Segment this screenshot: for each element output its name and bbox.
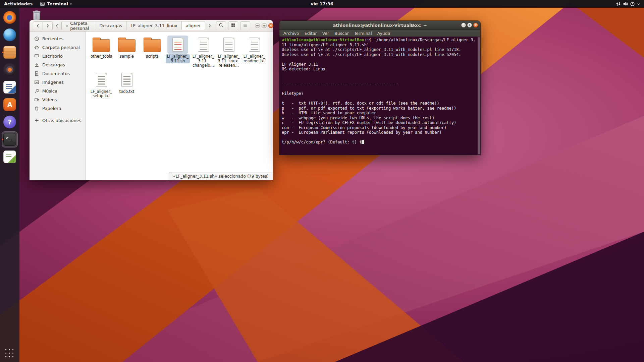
dock-item-thunderbird[interactable] bbox=[2, 27, 18, 43]
toolbar-buttons bbox=[216, 21, 250, 30]
file-item-lf-aligner-readme-txt[interactable]: LF_aligner_readme.txt bbox=[241, 36, 267, 68]
selection-status-bar: «LF_aligner_3.11.sh» seleccionado (79 by… bbox=[169, 172, 273, 180]
terminal-line bbox=[282, 96, 476, 101]
sidebar-item-label: Escritorio bbox=[42, 54, 63, 59]
sidebar-item-recientes[interactable]: Recientes bbox=[30, 34, 86, 43]
plus-icon bbox=[34, 118, 39, 123]
close-button[interactable]: × bbox=[268, 23, 273, 28]
pathbar-item-lf-aligner-3-11-linux[interactable]: LF_aligner_3.11_linux bbox=[126, 21, 182, 30]
sidebar-item-documentos[interactable]: Documentos bbox=[30, 69, 86, 78]
files-headerbar[interactable]: Carpeta personalDescargasLF_aligner_3.11… bbox=[30, 20, 273, 32]
nav-buttons bbox=[33, 21, 53, 30]
file-item-scripts[interactable]: scripts bbox=[140, 36, 165, 68]
search-button[interactable] bbox=[216, 21, 226, 30]
home-icon bbox=[34, 45, 39, 50]
files-sidebar: RecientesCarpeta personalEscritorioDesca… bbox=[30, 32, 86, 180]
terminal-window-controls: − + × bbox=[461, 23, 478, 27]
maximize-button[interactable]: + bbox=[262, 23, 267, 28]
power-icon bbox=[630, 1, 635, 7]
files-icon bbox=[3, 46, 16, 59]
activities-button[interactable]: Actividades bbox=[0, 0, 37, 8]
scrollbar-thumb[interactable] bbox=[478, 37, 480, 154]
file-item-lf-aligner-3-11-sh[interactable]: LF_aligner_3.11.sh bbox=[165, 36, 191, 68]
sidebar-item-im-genes[interactable]: Imágenes bbox=[30, 78, 86, 86]
menu-terminal[interactable]: Terminal bbox=[352, 31, 375, 36]
path-scroll-left-button[interactable] bbox=[55, 21, 59, 30]
dock-item-terminal[interactable]: >_ bbox=[2, 131, 18, 147]
file-label: other_tools bbox=[89, 54, 113, 59]
app-menu-button[interactable]: Terminal ▾ bbox=[37, 0, 75, 8]
minimize-button[interactable]: − bbox=[461, 23, 466, 27]
menu-archivo[interactable]: Archivo bbox=[281, 31, 302, 36]
window-menu-button[interactable] bbox=[240, 21, 250, 30]
sidebar-item-otras-ubicaciones[interactable]: Otras ubicaciones bbox=[30, 116, 86, 125]
file-item-sample[interactable]: sample bbox=[114, 36, 140, 68]
sidebar-item-descargas[interactable]: Descargas bbox=[30, 60, 86, 69]
file-label: LF_aligner_3.11.sh bbox=[166, 54, 190, 63]
pathbar-item-carpeta-personal[interactable]: Carpeta personal bbox=[61, 21, 95, 30]
dock-items: A?>_ bbox=[2, 9, 18, 166]
dock-item-libreoffice-writer[interactable] bbox=[2, 79, 18, 95]
pathbar-item-descargas[interactable]: Descargas bbox=[95, 21, 126, 30]
help-icon: ? bbox=[3, 116, 16, 128]
pathbar-item-aligner[interactable]: aligner bbox=[181, 21, 205, 30]
file-view[interactable]: other_toolssamplescriptsLF_aligner_3.11.… bbox=[86, 32, 273, 180]
dock-item-firefox[interactable] bbox=[2, 9, 18, 25]
terminal-line: OS detected: Linux bbox=[282, 67, 476, 72]
file-item-lf-aligner-setup-txt[interactable]: LF_aligner_setup.txt bbox=[89, 71, 114, 99]
terminal-line bbox=[282, 76, 476, 81]
file-item-lf-aligner-3-11-linux-releasen[interactable]: LF_aligner_3.11_linux_releasen… bbox=[216, 36, 241, 68]
terminal-line: epr - European Parliament reports (downl… bbox=[282, 130, 476, 135]
forward-button[interactable] bbox=[43, 21, 53, 30]
terminal-line: Useless use of \E at ./scripts/LF_aligne… bbox=[282, 52, 476, 57]
maximize-button[interactable]: + bbox=[467, 23, 472, 27]
sidebar-item-papelera[interactable]: Papelera bbox=[30, 104, 86, 113]
path-scroll-right-button[interactable] bbox=[207, 21, 212, 30]
sidebar-item-escritorio[interactable]: Escritorio bbox=[30, 52, 86, 60]
terminal-menubar: ArchivoEditarVerBuscarTerminalAyuda bbox=[279, 30, 480, 37]
dock-item-rhythmbox[interactable] bbox=[2, 62, 18, 78]
file-item-other-tools[interactable]: other_tools bbox=[89, 36, 114, 68]
close-button[interactable]: × bbox=[473, 23, 478, 27]
dock-item-files[interactable] bbox=[2, 44, 18, 60]
menu-editar[interactable]: Editar bbox=[302, 31, 320, 36]
terminal-line bbox=[282, 86, 476, 91]
clock[interactable]: vie 17:36 bbox=[307, 0, 337, 8]
sidebar-item-carpeta-personal[interactable]: Carpeta personal bbox=[30, 43, 86, 52]
file-icon-box bbox=[142, 36, 163, 54]
terminal-body[interactable]: athlonlinux@athlonlinux-VirtualBox:~$ '/… bbox=[279, 37, 480, 155]
dock-item-help[interactable]: ? bbox=[2, 114, 18, 130]
sidebar-item-label: Vídeos bbox=[42, 97, 57, 102]
ubuntu-software-icon: A bbox=[3, 98, 16, 111]
terminal-line: c - EU legislation by CELEX number (will… bbox=[282, 120, 476, 125]
terminal-title: athlonlinux@athlonlinux-VirtualBox: ~ bbox=[333, 23, 427, 28]
view-toggle-button[interactable] bbox=[228, 21, 238, 30]
show-applications-button[interactable] bbox=[5, 349, 14, 358]
terminal-scrollbar[interactable] bbox=[477, 37, 480, 155]
terminal-lines: athlonlinux@athlonlinux-VirtualBox:~$ '/… bbox=[282, 38, 476, 145]
text-file-icon bbox=[96, 73, 107, 87]
file-icon-box bbox=[91, 36, 112, 54]
trash-desktop-icon[interactable] bbox=[32, 10, 42, 21]
terminal-line bbox=[282, 57, 476, 62]
file-item-lf-aligner-3-11-changelo[interactable]: LF_aligner_3.11_changelo… bbox=[191, 36, 216, 68]
music-icon bbox=[34, 88, 39, 94]
menu-ver[interactable]: Ver bbox=[320, 31, 332, 36]
minimize-button[interactable]: − bbox=[255, 23, 260, 28]
system-status-area[interactable] bbox=[615, 0, 644, 8]
chevron-down-icon: ▾ bbox=[70, 2, 72, 6]
file-icon-box bbox=[167, 36, 188, 54]
video-icon bbox=[34, 97, 39, 102]
dock-item-ubuntu-software[interactable]: A bbox=[2, 97, 18, 113]
text-file-icon bbox=[198, 38, 209, 52]
menu-ayuda[interactable]: Ayuda bbox=[375, 31, 393, 36]
sidebar-item-v-deos[interactable]: Vídeos bbox=[30, 95, 86, 104]
back-button[interactable] bbox=[33, 21, 43, 30]
sidebar-item-label: Música bbox=[42, 88, 57, 94]
dock-item-libreoffice-calc[interactable] bbox=[2, 149, 18, 165]
sidebar-item-m-sica[interactable]: Música bbox=[30, 86, 86, 95]
libreoffice-writer-icon bbox=[3, 81, 16, 94]
file-item-todo-txt[interactable]: todo.txt bbox=[114, 71, 140, 99]
terminal-titlebar[interactable]: athlonlinux@athlonlinux-VirtualBox: ~ − … bbox=[279, 21, 480, 30]
menu-buscar[interactable]: Buscar bbox=[332, 31, 352, 36]
